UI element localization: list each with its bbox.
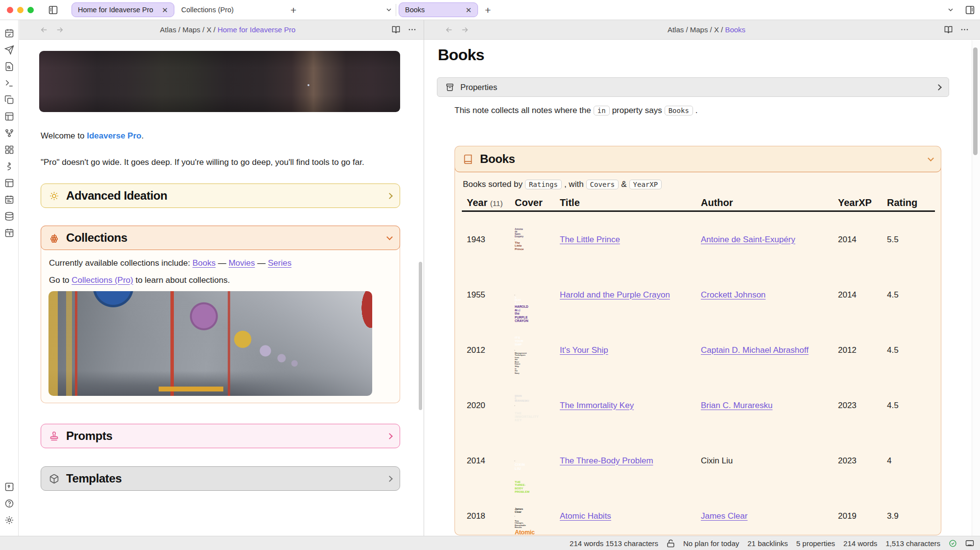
sun-icon [49, 191, 59, 201]
more-options-icon[interactable] [960, 25, 969, 34]
properties-count[interactable]: 5 properties [796, 539, 835, 548]
lock-open-icon[interactable] [667, 539, 675, 548]
title-link[interactable]: Harold and the Purple Crayon [560, 290, 670, 299]
git-fork-icon[interactable] [4, 128, 14, 138]
keyboard-icon[interactable] [965, 539, 974, 548]
collections-illustration-image [48, 291, 372, 396]
traffic-close-button[interactable] [7, 7, 13, 13]
inline-code-in: in [594, 106, 610, 115]
chevron-right-icon[interactable] [386, 193, 393, 199]
tab-home-for-ideaverse-pro[interactable]: Home for Ideaverse Pro ✕ [72, 2, 174, 17]
year-cell: 1955 [462, 290, 515, 300]
properties-toggle[interactable]: Properties [437, 77, 949, 97]
word-count-left[interactable]: 214 words 1513 characters [570, 539, 658, 548]
callout-books: Books Books sorted by Ratings , with Cov… [454, 146, 941, 535]
panel-layout-icon[interactable] [4, 178, 14, 188]
word-count-right[interactable]: 214 words [843, 539, 877, 548]
plan-status[interactable]: No plan for today [683, 539, 739, 548]
title-link[interactable]: The Immortality Key [560, 401, 634, 410]
inline-code-yearxp: YearXP [629, 180, 662, 189]
yearxp-cell: 2023 [838, 456, 887, 466]
callout-books-header[interactable]: Books [454, 146, 941, 172]
ideaverse-pro-link[interactable]: Ideaverse Pro [87, 131, 142, 140]
close-icon[interactable]: ✕ [162, 6, 168, 14]
yearxp-cell: 2019 [838, 511, 887, 521]
reading-view-icon[interactable] [944, 25, 953, 34]
movies-link[interactable]: Movies [229, 258, 255, 268]
chevron-down-icon[interactable] [386, 234, 393, 240]
books-link[interactable]: Books [192, 258, 215, 268]
author-link[interactable]: Brian C. Muraresku [701, 401, 772, 410]
new-tab-button[interactable]: + [290, 5, 296, 15]
right-pane-scrollbar[interactable] [973, 47, 978, 155]
breadcrumb-current[interactable]: Books [725, 25, 745, 34]
author-link[interactable]: Captain D. Michael Abrashoff [701, 345, 809, 355]
title-link[interactable]: It's Your Ship [560, 345, 608, 355]
forward-arrow-icon[interactable] [55, 25, 64, 34]
close-icon[interactable]: ✕ [465, 6, 472, 14]
help-icon[interactable] [4, 499, 14, 508]
author-link[interactable]: Crockett Johnson [701, 290, 765, 299]
callout-collections-header[interactable]: Collections [41, 226, 400, 250]
breadcrumb-current[interactable]: Home for Ideaverse Pro [217, 25, 295, 34]
sidebar-left-toggle-icon[interactable] [48, 5, 58, 15]
back-arrow-icon[interactable] [40, 25, 48, 34]
column-rating: Rating [887, 197, 935, 208]
traffic-minimize-button[interactable] [17, 7, 24, 13]
callout-advanced-ideation[interactable]: Advanced Ideation [41, 183, 400, 208]
callout-title: Books [480, 152, 922, 166]
new-tab-button[interactable]: + [485, 5, 491, 15]
column-year: Year (11) [462, 197, 515, 208]
tab-group-divider [396, 4, 396, 16]
title-link[interactable]: The Little Prince [560, 235, 620, 244]
rope-icon[interactable] [4, 161, 14, 171]
settings-gear-icon[interactable] [4, 515, 14, 525]
chevron-right-icon[interactable] [386, 476, 393, 482]
breadcrumb[interactable]: Atlas / Maps / X / Home for Ideaverse Pr… [64, 25, 391, 34]
callout-templates[interactable]: Templates [41, 466, 400, 491]
tab-list-chevron-icon[interactable] [947, 6, 955, 14]
collections-pro-link[interactable]: Collections (Pro) [72, 275, 133, 285]
calendar-check-icon[interactable] [4, 28, 14, 38]
table-layout-icon[interactable] [4, 112, 14, 121]
reading-view-icon[interactable] [391, 25, 401, 34]
back-arrow-icon[interactable] [445, 25, 454, 34]
author-link[interactable]: James Clear [701, 511, 747, 521]
chevron-down-icon[interactable] [928, 155, 934, 161]
sync-check-icon[interactable] [949, 539, 957, 548]
more-options-icon[interactable] [407, 25, 417, 34]
database-icon[interactable] [4, 211, 14, 221]
copy-icon[interactable] [4, 95, 14, 105]
left-pane-scrollbar[interactable] [419, 262, 422, 410]
title-link[interactable]: Atomic Habits [560, 511, 611, 521]
callout-title: Advanced Ideation [66, 189, 381, 203]
series-link[interactable]: Series [268, 258, 291, 268]
calendar-day-one-icon[interactable] [4, 228, 14, 238]
callout-prompts[interactable]: Prompts [41, 424, 400, 448]
note-books: Books Properties This note collects all … [424, 40, 980, 536]
properties-archive-icon [445, 83, 454, 92]
forward-arrow-icon[interactable] [460, 25, 469, 34]
title-link[interactable]: The Three-Body Problem [560, 456, 653, 465]
character-count-right[interactable]: 1,513 characters [885, 539, 940, 548]
properties-label: Properties [460, 83, 931, 92]
tab-books[interactable]: Books ✕ [399, 2, 478, 17]
backlinks-count[interactable]: 21 backlinks [747, 539, 788, 548]
tab-list-chevron-icon[interactable] [385, 6, 393, 14]
column-yearxp: YearXP [838, 197, 887, 208]
tab-collections-pro[interactable]: Collections (Pro) [181, 2, 234, 17]
terminal-icon[interactable] [4, 78, 14, 88]
chevron-right-icon[interactable] [386, 433, 393, 439]
paper-plane-icon[interactable] [4, 45, 14, 55]
vault-switcher-icon[interactable] [4, 482, 14, 492]
column-title: Title [560, 197, 701, 208]
author-link[interactable]: Antoine de Saint-Exupéry [701, 235, 795, 244]
tab-label: Home for Ideaverse Pro [78, 6, 156, 14]
traffic-zoom-button[interactable] [27, 7, 34, 13]
rating-cell: 4 [887, 456, 935, 466]
file-search-icon[interactable] [4, 62, 14, 71]
calendar-notes-icon[interactable] [4, 195, 14, 205]
dashboard-grid-icon[interactable] [4, 145, 14, 155]
breadcrumb[interactable]: Atlas / Maps / X / Books [469, 25, 944, 34]
sidebar-right-toggle-icon[interactable] [965, 5, 975, 15]
